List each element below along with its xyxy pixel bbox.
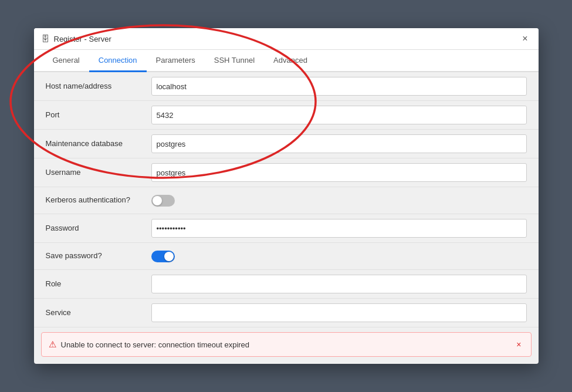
error-icon: ⚠ (49, 339, 56, 350)
field-row-password: Password (34, 214, 539, 243)
label-kerberos: Kerberos authentication? (46, 195, 151, 205)
form-body: Host name/address Port Maintenance datab… (34, 72, 539, 327)
tab-connection[interactable]: Connection (89, 50, 147, 72)
error-close-button[interactable]: × (514, 339, 523, 350)
label-password: Password (46, 224, 151, 234)
error-message: Unable to connect to server: connection … (61, 340, 510, 349)
input-host[interactable] (151, 77, 527, 96)
label-save-password: Save password? (46, 251, 151, 261)
label-role: Role (46, 279, 151, 289)
input-service[interactable] (151, 303, 527, 322)
input-port[interactable] (151, 106, 527, 124)
input-username[interactable] (151, 163, 527, 182)
input-role[interactable] (151, 275, 527, 293)
field-row-port: Port (34, 101, 539, 130)
dialog-close-button[interactable]: × (519, 33, 531, 45)
field-row-host: Host name/address (34, 72, 539, 101)
tabs-bar: General Connection Parameters SSH Tunnel… (34, 50, 539, 72)
field-row-service: Service (34, 299, 539, 327)
toggle-save-password[interactable] (151, 251, 175, 262)
dialog: 🗄 Register - Server × General Connection… (34, 28, 539, 364)
input-password[interactable] (151, 219, 527, 238)
label-username: Username (46, 168, 151, 178)
label-service: Service (46, 308, 151, 318)
field-row-save-password: Save password? (34, 243, 539, 270)
tab-general[interactable]: General (43, 50, 89, 72)
label-host: Host name/address (46, 82, 151, 92)
field-row-maintenance-db: Maintenance database (34, 130, 539, 158)
label-port: Port (46, 110, 151, 120)
tab-parameters[interactable]: Parameters (147, 50, 205, 72)
field-row-username: Username (34, 158, 539, 187)
field-row-kerberos: Kerberos authentication? (34, 187, 539, 214)
toggle-kerberos[interactable] (151, 195, 175, 207)
label-maintenance-db: Maintenance database (46, 139, 151, 149)
input-maintenance-db[interactable] (151, 134, 527, 153)
dialog-title: Register - Server (54, 35, 515, 43)
toggle-kerberos-knob (153, 196, 162, 205)
tab-advanced[interactable]: Advanced (264, 50, 317, 72)
tab-ssh-tunnel[interactable]: SSH Tunnel (205, 50, 264, 72)
server-icon: 🗄 (41, 34, 49, 43)
error-bar: ⚠ Unable to connect to server: connectio… (41, 332, 532, 357)
toggle-save-password-knob (164, 252, 174, 261)
dialog-titlebar: 🗄 Register - Server × (34, 28, 539, 50)
field-row-role: Role (34, 270, 539, 299)
